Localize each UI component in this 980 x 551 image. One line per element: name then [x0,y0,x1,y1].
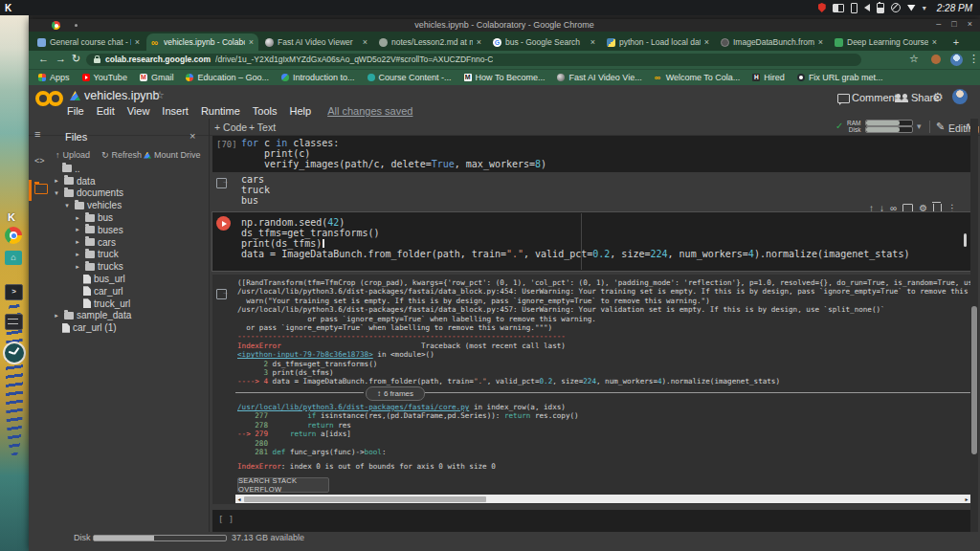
tab-bus-google-search[interactable]: G bus - Google Search × [488,33,600,51]
tree-item-truck[interactable]: truck [52,249,205,261]
browser-avatar[interactable] [950,54,963,66]
menu-file[interactable]: File [67,105,84,117]
tree-item-car-url[interactable]: car_url [52,285,205,298]
tab-notes-lesson2[interactable]: notes/Lesson2.md at mas × [374,33,486,51]
tray-expand-caret-icon[interactable]: ▾ [923,4,926,12]
tree-item-car-url-1[interactable]: car_url (1) [52,321,205,334]
browser-menu-icon[interactable]: ⋮ [969,53,979,65]
files-panel-divider[interactable] [209,119,210,532]
battery-icon[interactable] [877,3,884,13]
tab-close-icon[interactable]: × [704,37,709,47]
bookmark-fix-url[interactable]: Fix URL grab met... [797,73,883,82]
cell2-code[interactable]: np.random.seed(42) ds_tfms=get_transform… [241,217,909,259]
ram-meter[interactable] [865,120,913,126]
scroll-left-icon[interactable]: ◂ [235,496,243,502]
empty-code-cell[interactable] [212,510,970,532]
tab-deep-learning-course[interactable]: Deep Learning Course For × [830,33,942,51]
horizontal-scrollbar-thumb[interactable] [244,496,486,502]
tab-close-icon[interactable]: × [590,37,595,47]
kde-menu-icon[interactable]: K [5,3,11,13]
tree-item-bus-url[interactable]: bus_url [52,273,205,285]
run-cell-button[interactable] [216,216,231,231]
user-avatar[interactable] [952,89,968,104]
back-icon[interactable]: ← [38,53,49,64]
security-shield-icon[interactable] [818,3,826,12]
close-button[interactable]: × [968,19,972,29]
home-folder-icon[interactable]: ⌂ [5,251,22,265]
bookmark-youtube[interactable]: YouTube [82,73,127,82]
display-icon[interactable] [833,4,844,12]
tree-item-data[interactable]: data [52,175,205,187]
settings-sliders-icon[interactable] [5,314,23,330]
bookmark-course-content[interactable]: Course Content -... [368,73,452,82]
notebook-scrollbar-thumb[interactable] [971,306,977,454]
wifi-icon[interactable] [907,5,916,11]
chevron-down-icon[interactable] [62,202,72,209]
cell-scrollbar-thumb[interactable] [964,233,967,247]
menu-runtime[interactable]: Runtime [201,105,240,117]
chevron-right-icon[interactable] [52,177,61,185]
tree-item-buses[interactable]: buses [52,224,205,236]
tab-close-icon[interactable]: × [135,37,140,47]
bookmark-apps[interactable]: Apps [38,73,70,82]
search-stack-overflow-button[interactable]: SEARCH STACK OVERFLOW [237,477,329,493]
minimize-button[interactable]: – [936,19,941,29]
notebook-scrollbar[interactable] [970,119,978,532]
extension-icon[interactable] [931,55,941,64]
resources-dropdown-icon[interactable]: ▾ [917,121,922,131]
add-code-button[interactable]: + Code [214,121,247,133]
autosave-status[interactable]: All changes saved [327,105,412,117]
bookmark-education[interactable]: Education – Goo... [186,73,269,82]
chevron-right-icon[interactable] [73,214,82,222]
star-icon[interactable]: ☆ [155,89,165,101]
tab-close-icon[interactable]: × [363,37,368,47]
forward-icon[interactable]: → [56,53,66,64]
bookmark-medium[interactable]: MHow To Become... [464,73,546,82]
output-horizontal-scrollbar[interactable]: ◂ ▸ [235,495,970,503]
tree-item-sample-data[interactable]: sample_data [52,310,205,322]
tab-close-icon[interactable]: × [932,37,937,47]
bookmark-gmail[interactable]: MGmail [140,73,174,82]
mount-drive-button[interactable]: Mount Drive [144,150,201,160]
terminal-icon[interactable]: > [5,284,23,300]
tree-item-trucks[interactable]: trucks [52,260,205,273]
tab-python-load-local-data[interactable]: python - Load local data fi × [602,33,714,51]
tab-close-icon[interactable]: × [249,37,254,47]
tab-close-icon[interactable]: × [477,37,481,47]
address-bar[interactable]: colab.research.google.com /drive/1u_-Y2X… [86,54,861,66]
tree-item-truck-url[interactable]: truck_url [52,298,205,310]
bookmark-star-icon[interactable]: ☆ [909,53,919,65]
tab-vehicles-ipynb[interactable]: ∞ vehicles.ipynb - Colaborat × [146,33,258,51]
refresh-button[interactable]: ↻Refresh [101,150,142,160]
frames-expander[interactable]: ↕ 6 frames [366,386,425,401]
new-tab-button[interactable]: + [949,35,963,49]
comment-cell-icon[interactable] [902,204,913,212]
upload-button[interactable]: ↑Upload [56,150,90,160]
files-tab-icon[interactable] [34,184,48,194]
comment-button[interactable]: Comment [852,92,898,103]
chevron-right-icon[interactable] [73,251,82,258]
bookmark-fastai-video[interactable]: Fast AI Video Vie... [557,73,641,82]
tab-general-course-chat[interactable]: General course chat - Part × [33,33,145,51]
tab-close-icon[interactable]: × [818,37,823,47]
bookmark-introduction[interactable]: Introduction to... [281,73,355,82]
add-text-button[interactable]: + Text [249,121,276,133]
tree-item-cars[interactable]: cars [52,236,205,249]
notebook-filename[interactable]: vehicles.ipynb [84,89,160,102]
cell1-code[interactable]: for c in classes: print(c) verify_images… [241,138,546,169]
code-snippets-icon[interactable]: <> [34,156,45,165]
disk-meter[interactable] [865,126,913,133]
tree-item-vehicles[interactable]: vehicles [52,199,205,211]
files-close-icon[interactable]: × [189,130,195,142]
chrome-desktop-icon[interactable] [5,227,22,244]
notifications-icon[interactable] [891,3,901,12]
delete-cell-icon[interactable] [933,204,942,212]
bookmark-hired[interactable]: HHired [752,73,785,82]
tree-item-documents[interactable]: documents [52,187,205,200]
table-of-contents-icon[interactable]: ≡ [34,128,40,140]
window-titlebar[interactable]: vehicles.ipynb - Colaboratory - Google C… [29,19,980,32]
reload-icon[interactable]: ↻ [72,53,80,65]
tab-imagedatabunch-docs[interactable]: ImageDataBunch.from_fol × [716,33,828,51]
settings-gear-icon[interactable]: ⚙ [932,90,944,104]
phone-icon[interactable] [851,3,858,13]
